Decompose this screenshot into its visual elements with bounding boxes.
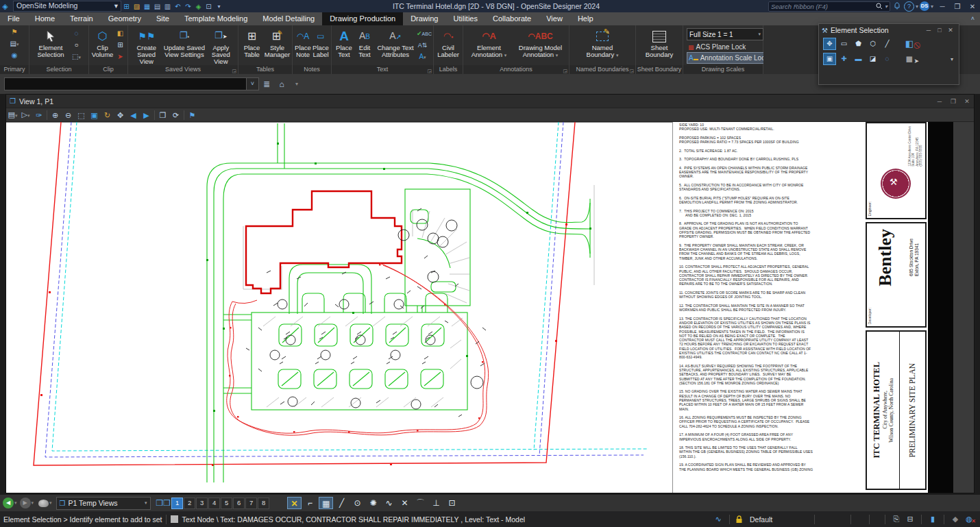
acs-plane-lock-toggle[interactable]: ▩ ACS Plane Lock	[687, 42, 747, 52]
select-block-icon[interactable]: ▭	[837, 38, 850, 50]
tab-home[interactable]: Home	[27, 12, 62, 25]
fit-view-icon[interactable]: ▣	[88, 109, 101, 121]
style-manager-button[interactable]: ⊞✎ Style Manager	[264, 27, 291, 65]
help-icon[interactable]: ?	[904, 1, 914, 12]
pan-view-icon[interactable]: ✥	[114, 109, 127, 121]
quick-tools-icon[interactable]: ⊞	[121, 3, 132, 10]
connection-offline-icon[interactable]: ◍✕	[962, 515, 976, 524]
tab-collaborate[interactable]: Collaborate	[485, 12, 539, 25]
temp-views-combo[interactable]: ❒ P1 Temp Views ▾	[56, 497, 151, 510]
fence-rect-icon[interactable]: ⬚▾	[71, 51, 82, 62]
tab-terrain[interactable]: Terrain	[62, 12, 101, 25]
attach-tools-icon[interactable]: ▤▾	[9, 38, 21, 49]
lock-icon[interactable]	[735, 515, 743, 524]
save-settings-icon[interactable]: ▤	[152, 3, 162, 10]
clay-mode-icon[interactable]	[38, 500, 49, 507]
fence-circle-icon[interactable]: ◌	[71, 28, 82, 39]
apply-saved-view-tool-icon[interactable]: ⚑	[186, 109, 199, 121]
dialog-expand-caret-icon[interactable]: ▾	[951, 56, 953, 62]
view-close-icon[interactable]: ✕	[960, 98, 974, 105]
restore-button[interactable]: ❐	[950, 3, 965, 10]
civil-labeler-button[interactable]: ◠▪ Civil Labeler	[435, 27, 461, 65]
select-individual-icon[interactable]: ✥	[823, 38, 836, 50]
apply-saved-view-button[interactable]: ❐➤ Apply Saved View	[206, 27, 236, 65]
tab-help[interactable]: Help	[570, 12, 601, 25]
annotation-scale-lock-toggle[interactable]: A▬ Annotation Scale Lock	[687, 52, 770, 64]
customize-toolbar-icon[interactable]: ▾	[214, 3, 224, 10]
rotate-view-icon[interactable]: ↻	[101, 109, 114, 121]
view-toggle-4[interactable]: 4	[208, 498, 220, 509]
element-selection-button[interactable]: Element Selection	[31, 27, 71, 65]
notification-bell-icon[interactable]	[893, 2, 901, 10]
open-folder-icon[interactable]: ▨	[132, 3, 142, 10]
mode-subtract-icon[interactable]: ▬	[852, 53, 865, 65]
select-all-icon[interactable]: ◼➤	[902, 53, 917, 65]
mode-invert-icon[interactable]: ◪	[866, 53, 879, 65]
view-undo-caret-icon[interactable]: ▾	[14, 500, 17, 506]
tab-site[interactable]: Site	[149, 12, 177, 25]
fence-ellipse-icon[interactable]: ○	[71, 40, 82, 51]
snap-mode-icon[interactable]: ⌐	[303, 497, 317, 509]
view-previous-icon[interactable]: ◀	[127, 109, 140, 121]
collapse-ribbon-icon[interactable]: ˄	[966, 12, 980, 25]
grid-snap-icon[interactable]: ▦	[319, 497, 333, 509]
view-toggle-6[interactable]: 6	[233, 498, 245, 509]
details-panel-icon[interactable]: ⎘	[890, 515, 903, 524]
active-level[interactable]: Default	[750, 515, 805, 524]
view-minimize-icon[interactable]: ─	[933, 98, 946, 105]
avatar[interactable]: DS	[920, 1, 929, 11]
tab-drawing[interactable]: Drawing	[403, 12, 445, 25]
clip-volume-button[interactable]: ⬡ Clip Volume	[90, 27, 114, 65]
view-attributes-icon[interactable]: ▤▾	[6, 108, 19, 122]
window-list-icon[interactable]: ⊟	[903, 515, 917, 524]
view-canvas[interactable]: SIDE YARD: 10 PROPOSED USE: MULTI-TENANT…	[6, 122, 974, 493]
help-caret-icon[interactable]: ▾	[916, 3, 918, 10]
view-toggle-3[interactable]: 3	[196, 498, 208, 509]
place-table-button[interactable]: ⊞ Place Table	[240, 27, 264, 65]
text-case-icon[interactable]: A⇅	[417, 40, 428, 51]
named-boundary-button[interactable]: ✎ Named Boundary ▾	[580, 27, 624, 65]
update-saved-view-button[interactable]: ❐▪ Update Saved View Settings	[163, 27, 205, 65]
change-text-attributes-button[interactable]: A➚ Change Text Attributes	[374, 27, 417, 65]
save-icon[interactable]: ▦	[142, 3, 152, 10]
undo-icon[interactable]: ↶	[173, 3, 183, 10]
tab-drawing-production[interactable]: Drawing Production	[322, 12, 403, 25]
clip-boundary-icon[interactable]: ⊞	[114, 40, 126, 51]
clear-selection-icon[interactable]: ◧⃠	[902, 38, 917, 50]
explorer-icon[interactable]: ◈	[193, 3, 204, 10]
select-shape-icon[interactable]: ⬟	[852, 38, 865, 50]
tab-utilities[interactable]: Utilities	[446, 12, 485, 25]
scale-select[interactable]: Full Size 1 = 1▾	[687, 28, 763, 40]
keyin-search-icon[interactable]: ⌂	[274, 79, 289, 89]
view-toggle-5[interactable]: 5	[221, 498, 232, 509]
keyin-input[interactable]	[4, 77, 247, 90]
zoom-out-icon[interactable]: ⊖	[62, 109, 75, 121]
dialog-title-bar[interactable]: ⚒ Element Selection ─ □ ✕	[819, 24, 959, 36]
view-toggle-7[interactable]: 7	[245, 498, 257, 509]
nearest-snap-icon[interactable]: ╱	[334, 497, 349, 509]
models-icon[interactable]: ◉	[9, 50, 21, 61]
arc-snap-icon[interactable]: ⌒	[413, 497, 428, 509]
display-style-icon[interactable]: ▷▾	[19, 108, 32, 122]
active-snap-icon[interactable]: ∿	[711, 515, 725, 524]
drawing-model-annotation-button[interactable]: ◠ABC Drawing Model Annotation ▾	[513, 27, 567, 65]
minimize-button[interactable]: ─	[935, 3, 950, 10]
clip-mask-icon[interactable]: ◧	[114, 28, 126, 39]
view-toggle-8[interactable]: 8	[258, 498, 269, 509]
mode-new-icon[interactable]: ▣	[823, 53, 836, 65]
view-groups-icon[interactable]: ❒❒	[156, 497, 171, 509]
shield-status-icon[interactable]: ◆	[948, 515, 962, 524]
sheet-boundary-button[interactable]: Sheet Boundary	[640, 27, 678, 65]
tab-template-modeling[interactable]: Template Modeling	[177, 12, 255, 25]
view-menu-icon[interactable]: ❐	[10, 97, 16, 105]
keyin-browser-icon[interactable]: ≣	[259, 79, 274, 89]
view-title-bar[interactable]: ❐ View 1, P1 ─ ❐ ✕	[6, 95, 974, 108]
create-saved-view-button[interactable]: ⚑⚑ Create Saved View	[130, 27, 163, 65]
place-label-button[interactable]: ▭ Place Label	[312, 27, 330, 65]
tangent-snap-icon[interactable]: ∿	[382, 497, 396, 509]
mode-add-icon[interactable]: ✚	[837, 53, 850, 65]
tab-file[interactable]: File	[0, 12, 27, 25]
update-view-icon[interactable]: ⟳	[169, 109, 182, 121]
search-options-caret-icon[interactable]: ▾	[885, 3, 887, 10]
print-icon[interactable]: ⊡	[204, 3, 214, 10]
